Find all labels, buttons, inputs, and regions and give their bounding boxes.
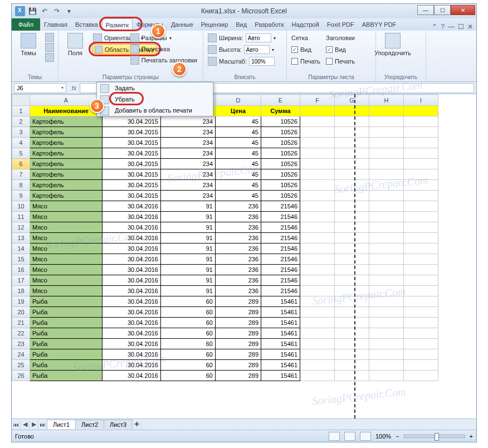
gridlines-view-check[interactable]: ✓ Вид [290, 45, 321, 55]
theme-fonts-icon[interactable] [45, 43, 54, 52]
table-row[interactable]: 14 Мясо30.04.20169123621546 [12, 244, 438, 254]
tab-home[interactable]: Главная [40, 18, 71, 31]
table-row[interactable]: 8 Картофель30.04.20152344510526 [12, 180, 438, 191]
row-header-13[interactable]: 13 [12, 233, 30, 244]
table-row[interactable]: 9 Картофель30.04.20152344510526 [12, 191, 438, 201]
tab-developer[interactable]: Разработк [251, 18, 287, 31]
theme-effects-icon[interactable] [45, 53, 54, 62]
tab-page-layout[interactable]: Разметк [102, 18, 133, 31]
arrange-button[interactable]: Упорядочить [379, 33, 406, 56]
theme-colors-icon[interactable] [45, 33, 54, 42]
row-header-12[interactable]: 12 [12, 222, 30, 233]
tab-view[interactable]: Вид [232, 18, 251, 31]
row-header-3[interactable]: 3 [12, 127, 30, 138]
view-layout-icon[interactable] [344, 432, 355, 441]
table-row[interactable]: 3 Картофель30.04.20152344510526 [12, 127, 438, 138]
row-header-11[interactable]: 11 [12, 212, 30, 222]
margins-button[interactable]: Поля [62, 33, 89, 56]
width-input[interactable] [246, 33, 271, 42]
table-row[interactable]: 24 Рыба30.04.20166028915461 [12, 349, 438, 360]
print-area-add-item[interactable]: Добавить в область печати [97, 105, 213, 116]
table-row[interactable]: 15 Мясо30.04.20169123621546 [12, 254, 438, 265]
select-all-corner[interactable] [12, 95, 30, 106]
table-row[interactable]: 6 Картофель30.04.20152344510526 [12, 159, 438, 169]
ribbon-minimize-icon[interactable]: ⌃ [432, 23, 437, 31]
row-header-17[interactable]: 17 [12, 275, 30, 286]
print-area-clear-item[interactable]: Убрать [97, 94, 213, 105]
row-header-23[interactable]: 23 [12, 339, 30, 349]
table-row[interactable]: 12 Мясо30.04.20169123621546 [12, 222, 438, 233]
qat-more-icon[interactable]: ▾ [64, 6, 74, 16]
row-header-14[interactable]: 14 [12, 244, 30, 254]
col-header-F[interactable]: F [300, 95, 335, 106]
col-header-I[interactable]: I [404, 95, 438, 106]
name-box[interactable]: J6▾ [14, 83, 66, 93]
help-icon[interactable]: ? [441, 23, 445, 31]
table-row[interactable]: 13 Мясо30.04.20169123621546 [12, 233, 438, 244]
height-input[interactable] [244, 45, 270, 54]
row-header-8[interactable]: 8 [12, 180, 30, 191]
print-titles-button[interactable]: Печатать заголовки [129, 55, 198, 65]
sheet-nav-prev-icon[interactable]: ◀ [21, 420, 30, 429]
tab-abbyy[interactable]: ABBYY PDF [358, 18, 401, 31]
sheet-tab-3[interactable]: Лист3 [104, 420, 133, 429]
doc-close-icon[interactable]: ✕ [467, 23, 473, 31]
row-header-9[interactable]: 9 [12, 191, 30, 201]
tab-foxit[interactable]: Foxit PDF [323, 18, 358, 31]
tab-insert[interactable]: Вставка [71, 18, 102, 31]
sheet-tab-2[interactable]: Лист2 [75, 420, 104, 429]
print-area-set-item[interactable]: Задать [97, 82, 213, 94]
doc-restore-icon[interactable]: ☐ [458, 23, 464, 31]
table-row[interactable]: 4 Картофель30.04.20152344510526 [12, 138, 438, 148]
table-row[interactable]: 11 Мясо30.04.20169123621546 [12, 212, 438, 222]
row-header-15[interactable]: 15 [12, 254, 30, 265]
table-row[interactable]: 25 Рыба30.04.20166028915461 [12, 360, 438, 371]
sheet-nav-first-icon[interactable]: ⏮ [12, 420, 21, 429]
table-row[interactable]: 23 Рыба30.04.20166028915461 [12, 339, 438, 349]
view-pagebreak-icon[interactable] [360, 432, 371, 441]
table-row[interactable]: 18 Мясо30.04.20169123621546 [12, 286, 438, 296]
tab-review[interactable]: Рецензир [197, 18, 232, 31]
view-normal-icon[interactable] [329, 432, 340, 441]
row-header-2[interactable]: 2 [12, 116, 30, 127]
row-header-5[interactable]: 5 [12, 148, 30, 159]
zoom-in-icon[interactable]: + [470, 433, 473, 440]
tab-file[interactable]: Файл [12, 18, 40, 31]
row-header-21[interactable]: 21 [12, 318, 30, 328]
background-button[interactable]: Подложка [129, 44, 198, 54]
col-header-H[interactable]: H [369, 95, 404, 106]
row-header-1[interactable]: 1 [12, 106, 30, 116]
row-header-6[interactable]: 6 [12, 159, 30, 169]
gridlines-print-check[interactable]: Печать [290, 56, 321, 66]
tab-addins[interactable]: Надстрой [287, 18, 323, 31]
maximize-button[interactable]: ☐ [434, 5, 451, 15]
zoom-out-icon[interactable]: − [396, 433, 399, 440]
col-header-G[interactable]: G [335, 95, 369, 106]
table-row[interactable]: 5 Картофель30.04.20152344510526 [12, 148, 438, 159]
table-row[interactable]: 19 Рыба30.04.20166028915461 [12, 296, 438, 307]
row-header-4[interactable]: 4 [12, 138, 30, 148]
row-header-20[interactable]: 20 [12, 307, 30, 318]
table-row[interactable]: 22 Рыба30.04.20166028915461 [12, 328, 438, 339]
worksheet-grid[interactable]: ABCDEFGHI1 НаименованиеДатаКоличествоЦен… [12, 94, 476, 418]
table-row[interactable]: 21 Рыба30.04.20166028915461 [12, 318, 438, 328]
doc-minimize-icon[interactable]: — [448, 23, 455, 31]
save-icon[interactable]: 💾 [27, 6, 37, 16]
headings-print-check[interactable]: Печать [325, 56, 356, 66]
table-row[interactable]: 7 Картофель30.04.20152344510526 [12, 169, 438, 180]
table-row[interactable]: 20 Рыба30.04.20166028915461 [12, 307, 438, 318]
themes-button[interactable]: Темы [15, 33, 42, 62]
row-header-25[interactable]: 25 [12, 360, 30, 371]
row-header-7[interactable]: 7 [12, 169, 30, 180]
sheet-nav-next-icon[interactable]: ▶ [30, 420, 38, 429]
minimize-button[interactable]: — [417, 5, 434, 15]
tab-data[interactable]: Данные [167, 18, 197, 31]
fx-icon[interactable]: fx [69, 85, 80, 91]
row-header-24[interactable]: 24 [12, 349, 30, 360]
row-header-22[interactable]: 22 [12, 328, 30, 339]
table-row[interactable]: 16 Мясо30.04.20169123621546 [12, 265, 438, 275]
col-header-E[interactable]: E [261, 95, 300, 106]
table-row[interactable]: 10 Мясо30.04.20169123621546 [12, 201, 438, 212]
row-header-10[interactable]: 10 [12, 201, 30, 212]
sheet-tab-1[interactable]: Лист1 [47, 420, 76, 429]
